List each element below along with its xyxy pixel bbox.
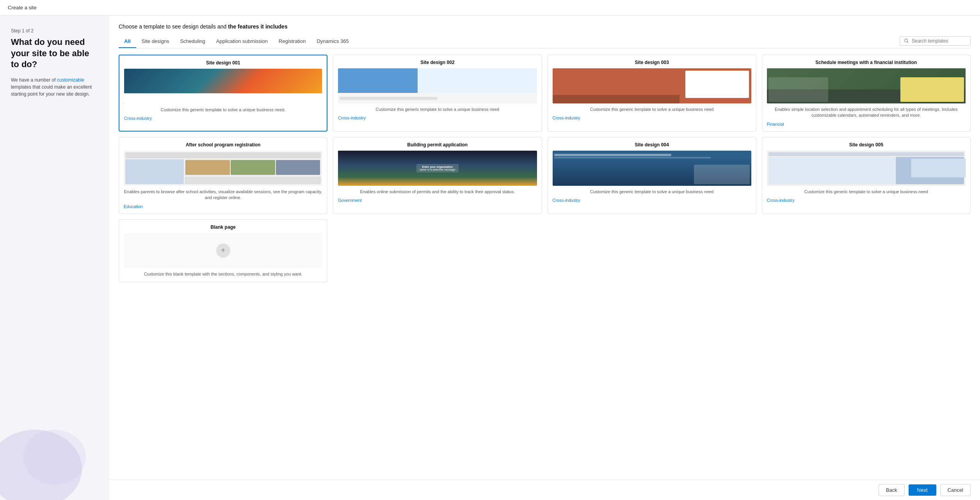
tab-dynamics-365[interactable]: Dynamics 365 xyxy=(311,35,354,48)
card-tag[interactable]: Government xyxy=(338,198,537,203)
card-description: Customize this generic template to solve… xyxy=(124,107,322,113)
card-description: Customize this generic template to solve… xyxy=(338,107,537,112)
template-card-schedule-meetings[interactable]: Schedule meetings with a financial insti… xyxy=(762,55,971,132)
tabs-bar: All Site designs Scheduling Application … xyxy=(119,35,971,48)
search-input[interactable] xyxy=(912,38,966,44)
customizable-link[interactable]: customizable xyxy=(57,77,84,83)
templates-grid-container: Site design 001 Customize this generic t… xyxy=(109,48,980,480)
template-card-site-design-001[interactable]: Site design 001 Customize this generic t… xyxy=(119,55,327,132)
card-title: Site design 002 xyxy=(338,60,537,65)
card-thumbnail xyxy=(767,68,966,103)
card-title: Site design 001 xyxy=(124,60,322,66)
sidebar: Step 1 of 2 What do you need your site t… xyxy=(0,16,109,500)
card-title: Schedule meetings with a financial insti… xyxy=(767,60,966,65)
template-card-after-school[interactable]: After school program registration xyxy=(119,137,327,214)
card-title: Building permit application xyxy=(338,142,537,148)
templates-grid: Site design 001 Customize this generic t… xyxy=(119,55,971,282)
tab-scheduling[interactable]: Scheduling xyxy=(174,35,210,48)
card-thumbnail xyxy=(553,68,751,103)
tab-registration[interactable]: Registration xyxy=(273,35,311,48)
card-tag[interactable]: Cross-industry xyxy=(338,116,537,120)
step-indicator: Step 1 of 2 xyxy=(11,28,98,34)
card-description: Enables online submission of permits and… xyxy=(338,189,537,195)
card-tag[interactable]: Education xyxy=(124,204,322,209)
content-area: Choose a template to see design details … xyxy=(109,16,980,500)
svg-line-1 xyxy=(907,41,909,43)
template-card-site-design-004[interactable]: Site design 004 Customize this generic t… xyxy=(548,137,756,214)
card-description: Customize this generic template to solve… xyxy=(553,189,751,195)
content-header-title: Choose a template to see design details … xyxy=(119,23,971,30)
card-thumbnail xyxy=(553,151,751,186)
sidebar-description: We have a number of customizable templat… xyxy=(11,77,98,98)
card-description: Customize this blank template with the s… xyxy=(124,271,322,277)
template-card-blank-page[interactable]: Blank page + Customize this blank templa… xyxy=(119,219,327,282)
search-icon xyxy=(904,38,909,44)
card-tag[interactable]: Cross-industry xyxy=(767,198,966,203)
template-card-site-design-003[interactable]: Site design 003 Customize this generic t… xyxy=(548,55,756,132)
card-title: Site design 003 xyxy=(553,60,751,65)
card-description: Customize this generic template to solve… xyxy=(553,107,751,112)
template-card-site-design-005[interactable]: Site design 005 Customize t xyxy=(762,137,971,214)
card-title: Site design 005 xyxy=(767,142,966,148)
template-card-building-permit[interactable]: Building permit application Enter your o… xyxy=(333,137,542,214)
card-tag[interactable]: Cross-industry xyxy=(553,198,751,203)
card-tag[interactable]: Cross-industry xyxy=(553,116,751,120)
card-description: Enables simple location selection and ap… xyxy=(767,107,966,119)
card-thumbnail xyxy=(124,69,322,104)
bottom-bar: Back Next Cancel xyxy=(109,480,980,500)
next-button[interactable]: Next xyxy=(909,484,936,496)
sidebar-heading: What do you need your site to be able to… xyxy=(11,37,98,70)
template-card-site-design-002[interactable]: Site design 002 Customize this generic t… xyxy=(333,55,542,132)
card-thumbnail xyxy=(124,151,322,186)
card-title: After school program registration xyxy=(124,142,322,148)
card-tag[interactable]: Cross-industry xyxy=(124,116,322,121)
card-thumbnail: Enter your organization name or a welcom… xyxy=(338,151,537,186)
card-thumbnail xyxy=(338,68,537,103)
sidebar-decoration-2 xyxy=(23,430,86,484)
app-title: Create a site xyxy=(8,5,37,11)
cancel-button[interactable]: Cancel xyxy=(940,484,971,496)
back-button[interactable]: Back xyxy=(879,484,905,496)
card-tag[interactable]: Financial xyxy=(767,122,966,126)
blank-plus-icon: + xyxy=(216,244,230,258)
tab-application-submission[interactable]: Application submission xyxy=(211,35,273,48)
search-box xyxy=(900,36,971,46)
card-thumbnail xyxy=(767,151,966,186)
card-thumbnail: + xyxy=(124,233,322,268)
content-header: Choose a template to see design details … xyxy=(109,16,980,48)
tab-all[interactable]: All xyxy=(119,35,136,48)
main-layout: Step 1 of 2 What do you need your site t… xyxy=(0,16,980,500)
card-description: Enables parents to browse after school a… xyxy=(124,189,322,201)
top-bar: Create a site xyxy=(0,0,980,16)
tab-site-designs[interactable]: Site designs xyxy=(136,35,175,48)
card-title: Blank page xyxy=(124,224,322,230)
card-title: Site design 004 xyxy=(553,142,751,148)
card-description: Customize this generic template to solve… xyxy=(767,189,966,195)
